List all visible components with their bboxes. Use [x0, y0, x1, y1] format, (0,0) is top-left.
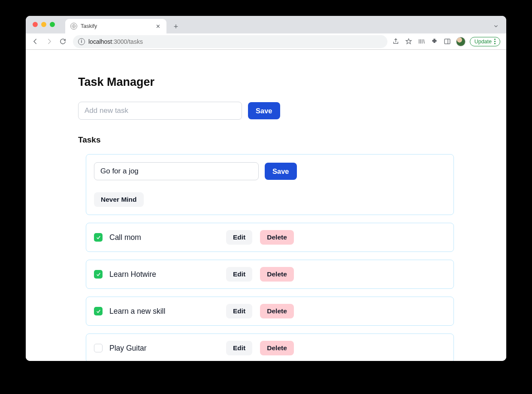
browser-window: Taskify ✕ + i localhost:3000/tasks — [26, 16, 506, 361]
delete-task-button[interactable]: Delete — [260, 267, 294, 282]
svg-rect-1 — [444, 39, 450, 44]
task-name: Learn Hotwire — [109, 270, 219, 279]
back-button[interactable] — [29, 36, 41, 48]
task-checkbox[interactable] — [94, 307, 103, 315]
close-tab-icon[interactable]: ✕ — [154, 23, 161, 30]
edit-task-button[interactable]: Edit — [226, 267, 252, 282]
browser-tab[interactable]: Taskify ✕ — [65, 19, 166, 33]
bookmark-star-icon[interactable] — [405, 37, 413, 46]
reload-button[interactable] — [57, 36, 69, 48]
task-name: Learn a new skill — [109, 307, 219, 316]
edit-task-button[interactable]: Edit — [226, 230, 252, 245]
cancel-edit-button[interactable]: Never Mind — [94, 192, 144, 207]
url-text: localhost:3000/tasks — [88, 38, 143, 45]
library-icon[interactable] — [417, 37, 426, 46]
edit-task-button[interactable]: Edit — [226, 304, 252, 318]
page-content: Task Manager Save Tasks Save Never Mind — [78, 50, 454, 361]
delete-task-button[interactable]: Delete — [260, 341, 294, 355]
toolbar-icons: Update — [392, 37, 503, 46]
task-checkbox[interactable] — [94, 270, 103, 279]
page-viewport: Task Manager Save Tasks Save Never Mind — [26, 50, 506, 361]
tasks-heading: Tasks — [78, 135, 454, 145]
tabs-dropdown-icon[interactable] — [492, 22, 500, 30]
save-new-task-button[interactable]: Save — [248, 102, 280, 119]
globe-icon — [70, 23, 77, 30]
address-bar[interactable]: i localhost:3000/tasks — [73, 35, 387, 48]
share-icon[interactable] — [392, 37, 400, 46]
address-bar-row: i localhost:3000/tasks — [26, 33, 506, 49]
task-edit-card: Save Never Mind — [86, 154, 454, 215]
extensions-icon[interactable] — [430, 37, 439, 46]
window-controls — [33, 22, 55, 27]
forward-button[interactable] — [43, 36, 55, 48]
delete-task-button[interactable]: Delete — [260, 230, 294, 245]
page-title: Task Manager — [78, 76, 454, 89]
task-row: Learn Hotwire Edit Delete — [86, 260, 454, 289]
side-panel-icon[interactable] — [443, 37, 452, 46]
task-row: Learn a new skill Edit Delete — [86, 297, 454, 326]
close-window-button[interactable] — [33, 22, 38, 27]
task-checkbox[interactable] — [94, 233, 103, 242]
new-task-form: Save — [78, 102, 454, 120]
profile-avatar[interactable] — [456, 37, 466, 46]
task-checkbox[interactable] — [94, 344, 103, 352]
update-button[interactable]: Update — [470, 37, 500, 46]
maximize-window-button[interactable] — [50, 22, 55, 27]
site-info-icon[interactable]: i — [78, 38, 85, 45]
menu-kebab-icon — [494, 39, 496, 44]
delete-task-button[interactable]: Delete — [260, 304, 294, 318]
minimize-window-button[interactable] — [41, 22, 46, 27]
edit-task-button[interactable]: Edit — [226, 341, 252, 355]
save-edit-button[interactable]: Save — [265, 163, 297, 180]
task-name: Play Guitar — [109, 344, 219, 353]
edit-task-input[interactable] — [94, 162, 259, 180]
task-name: Call mom — [109, 233, 219, 242]
task-row: Play Guitar Edit Delete — [86, 333, 454, 361]
task-list: Save Never Mind Call mom Edit Delete — [86, 154, 454, 361]
new-task-input[interactable] — [78, 102, 242, 120]
tab-title: Taskify — [81, 23, 97, 29]
browser-chrome: Taskify ✕ + i localhost:3000/tasks — [26, 16, 506, 50]
task-row: Call mom Edit Delete — [86, 223, 454, 252]
tab-strip: Taskify ✕ + — [26, 16, 506, 33]
new-tab-button[interactable]: + — [170, 21, 182, 33]
